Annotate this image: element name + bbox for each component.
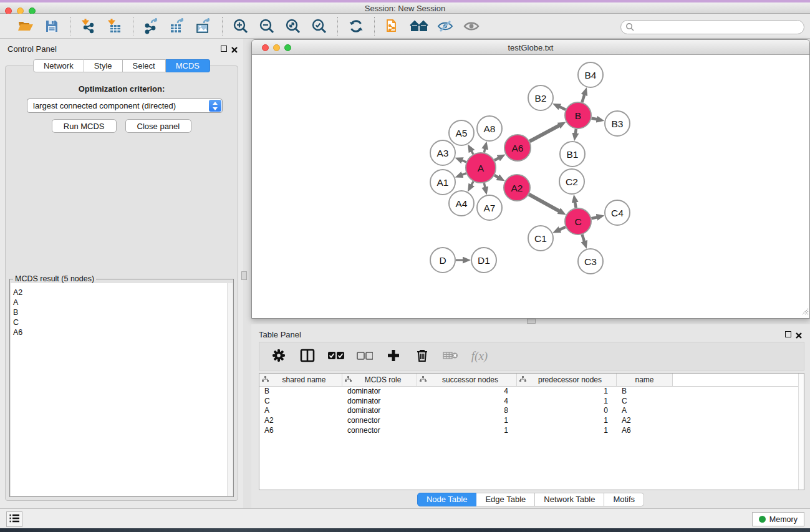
network-canvas[interactable]: B4B2BB3A5A8A6B1A3AC2A1A2A4A7C4CC1DD1C3 (252, 55, 809, 318)
node-B4[interactable]: B4 (578, 62, 603, 87)
tab-node-table[interactable]: Node Table (417, 493, 477, 506)
resize-grip-icon[interactable] (801, 306, 809, 317)
table-scrollbar[interactable] (798, 374, 804, 490)
edge-C-C1[interactable] (559, 227, 566, 230)
tab-select[interactable]: Select (123, 59, 166, 72)
mcds-result-list[interactable]: A2ABCA6 (11, 283, 233, 496)
node-C3[interactable]: C3 (578, 249, 603, 274)
tab-network[interactable]: Network (33, 59, 84, 72)
node-C[interactable]: C (565, 208, 591, 235)
edge-C-C4[interactable] (591, 217, 597, 218)
node-C1[interactable]: C1 (528, 226, 553, 251)
edge-A-A1[interactable] (461, 173, 466, 175)
optimization-criterion-dropdown[interactable]: largest connected component (directed) (27, 99, 223, 113)
table-row[interactable]: Cdominator41C (259, 397, 804, 407)
close-panel-icon[interactable] (231, 45, 238, 52)
close-panel-button[interactable]: Close panel (125, 119, 192, 133)
result-item[interactable]: A2 (11, 288, 233, 297)
tab-network-table[interactable]: Network Table (535, 493, 604, 506)
edge-A-A3[interactable] (461, 160, 466, 162)
float-table-panel-icon[interactable] (785, 331, 791, 337)
network-from-document-button[interactable] (382, 16, 403, 36)
open-session-button[interactable] (15, 16, 36, 36)
edge-B-B3[interactable] (592, 118, 598, 119)
result-item[interactable]: A (11, 297, 233, 307)
home-button[interactable] (408, 16, 430, 36)
node-A4[interactable]: A4 (449, 191, 474, 216)
search-input[interactable] (620, 20, 804, 34)
memory-button[interactable]: Memory (752, 512, 804, 526)
edge-B-B4[interactable] (582, 94, 584, 102)
tab-motifs[interactable]: Motifs (604, 493, 644, 506)
close-table-panel-icon[interactable] (795, 331, 803, 338)
edge-A-A7[interactable] (484, 183, 485, 188)
edge-B-B2[interactable] (559, 107, 566, 110)
edge-C-C2[interactable] (575, 201, 576, 208)
result-item[interactable]: C (11, 317, 233, 327)
vertical-splitter-handle[interactable] (241, 271, 247, 280)
edge-C-C3[interactable] (582, 235, 585, 242)
save-session-button[interactable] (41, 16, 62, 36)
task-history-button[interactable] (6, 511, 22, 527)
node-B1[interactable]: B1 (560, 142, 585, 167)
horizontal-splitter-handle[interactable] (527, 319, 536, 324)
node-A5[interactable]: A5 (449, 120, 474, 145)
node-A[interactable]: A (466, 153, 496, 183)
column-header-MCDS-role[interactable]: MCDS role (342, 374, 417, 386)
edge-A2-C[interactable] (529, 195, 560, 211)
delete-table-button[interactable] (441, 346, 460, 366)
result-item[interactable]: B (11, 307, 233, 317)
delete-columns-button[interactable] (413, 346, 432, 366)
edge-A-A2[interactable] (494, 175, 499, 178)
hide-details-button[interactable] (435, 16, 456, 36)
node-table[interactable]: shared nameMCDS rolesuccessor nodesprede… (259, 373, 804, 490)
refresh-button[interactable] (345, 16, 367, 36)
function-builder-button[interactable]: f(x) (470, 346, 489, 366)
node-C2[interactable]: C2 (559, 169, 584, 194)
table-row[interactable]: A2connector11A2 (259, 416, 804, 426)
edge-B-B1[interactable] (576, 129, 576, 135)
select-all-button[interactable] (327, 346, 345, 366)
float-panel-icon[interactable] (221, 46, 227, 52)
column-header-shared-name[interactable]: shared name (259, 374, 342, 386)
column-header-successor-nodes[interactable]: successor nodes (417, 374, 517, 386)
table-settings-button[interactable] (269, 346, 288, 366)
export-image-button[interactable] (193, 16, 215, 36)
show-columns-button[interactable] (298, 346, 317, 366)
node-A3[interactable]: A3 (430, 140, 455, 165)
node-C4[interactable]: C4 (605, 200, 630, 225)
node-D1[interactable]: D1 (471, 248, 496, 273)
tab-style[interactable]: Style (84, 59, 123, 72)
run-mcds-button[interactable]: Run MCDS (52, 119, 117, 133)
column-header-predecessor-nodes[interactable]: predecessor nodes (517, 374, 617, 386)
edge-A-A5[interactable] (471, 150, 473, 154)
node-A8[interactable]: A8 (477, 116, 502, 141)
node-A7[interactable]: A7 (477, 195, 502, 220)
node-D[interactable]: D (430, 248, 455, 273)
node-B[interactable]: B (565, 102, 591, 128)
result-scrollbar[interactable] (227, 283, 233, 496)
table-row[interactable]: A6connector11A6 (259, 426, 804, 436)
node-A6[interactable]: A6 (504, 135, 531, 161)
tab-mcds[interactable]: MCDS (166, 59, 210, 72)
export-table-button[interactable] (167, 16, 188, 36)
column-header-name[interactable]: name (617, 374, 673, 386)
node-B2[interactable]: B2 (528, 85, 553, 110)
import-network-button[interactable] (78, 16, 99, 36)
import-table-button[interactable] (104, 16, 125, 36)
node-B3[interactable]: B3 (605, 111, 630, 136)
edge-A6-B[interactable] (529, 125, 560, 142)
add-column-button[interactable] (384, 346, 403, 366)
zoom-selected-button[interactable] (309, 16, 330, 36)
table-row[interactable]: Bdominator41B (259, 387, 804, 397)
edge-A-A4[interactable] (471, 181, 473, 186)
tab-edge-table[interactable]: Edge Table (476, 493, 535, 506)
edge-A-A8[interactable] (484, 148, 485, 152)
show-details-button[interactable] (461, 16, 482, 36)
deselect-all-button[interactable] (355, 346, 374, 366)
zoom-out-button[interactable] (256, 16, 277, 36)
export-network-button[interactable] (141, 16, 162, 36)
zoom-in-button[interactable] (230, 16, 251, 36)
table-row[interactable]: Adominator80A (259, 406, 804, 416)
zoom-fit-button[interactable] (282, 16, 304, 36)
